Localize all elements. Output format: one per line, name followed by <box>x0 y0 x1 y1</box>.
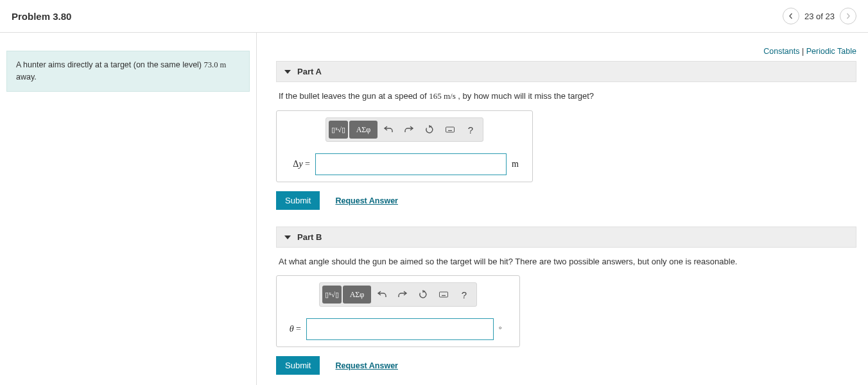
part-a-request-answer[interactable]: Request Answer <box>335 196 397 205</box>
part-a-submit-button[interactable]: Submit <box>276 191 320 210</box>
equation-toolbar: ▯x√▯ ΑΣφ ? <box>326 117 483 142</box>
keyboard-button[interactable] <box>434 286 453 304</box>
part-b-request-answer[interactable]: Request Answer <box>335 361 397 370</box>
svg-rect-7 <box>440 292 448 297</box>
part-a-question: If the bullet leaves the gun at a speed … <box>276 91 856 101</box>
keyboard-button[interactable] <box>440 121 460 139</box>
part-b-input[interactable] <box>306 318 494 340</box>
undo-icon <box>383 124 394 135</box>
part-a-q-pre: If the bullet leaves the gun at a speed … <box>279 91 429 101</box>
help-button[interactable]: ? <box>461 121 480 139</box>
redo-icon <box>404 124 414 135</box>
page-header: Problem 3.80 23 of 23 <box>0 0 868 33</box>
templates-button[interactable]: ▯x√▯ <box>322 286 342 304</box>
part-b-unit: ° <box>499 325 510 333</box>
top-links: Constants | Periodic Table <box>276 47 856 56</box>
prompt-text-post: away. <box>16 73 37 81</box>
greek-button[interactable]: ΑΣφ <box>343 286 371 304</box>
equation-toolbar: ▯x√▯ ΑΣφ ? <box>319 282 477 307</box>
undo-button[interactable] <box>372 286 392 304</box>
keyboard-icon <box>445 124 455 135</box>
part-b-actions: Submit Request Answer <box>276 356 856 375</box>
help-button[interactable]: ? <box>455 286 474 304</box>
radical-icon: ▯x√▯ <box>331 126 345 134</box>
prev-button[interactable] <box>783 8 799 24</box>
part-a-input-row: Δy = m <box>283 153 526 175</box>
part-a-label: Part A <box>297 67 322 76</box>
part-a-actions: Submit Request Answer <box>276 191 856 210</box>
part-a-q-post: , by how much will it miss the target? <box>456 91 594 101</box>
reset-icon <box>424 124 435 135</box>
templates-button[interactable]: ▯x√▯ <box>329 121 348 139</box>
part-b-question: At what angle should the gun be aimed so… <box>276 257 856 266</box>
problem-prompt: A hunter aims directly at a target (on t… <box>6 51 250 92</box>
part-a-input[interactable] <box>315 153 507 175</box>
part-b-label: Part B <box>297 232 322 242</box>
part-b-header: Part B <box>276 227 856 248</box>
part-a-speed: 165 m/s <box>429 91 456 101</box>
part-b-submit-button[interactable]: Submit <box>276 356 320 375</box>
part-a-header: Part A <box>276 61 856 82</box>
chevron-right-icon <box>845 13 851 19</box>
prompt-distance: 73.0 m <box>204 60 227 69</box>
part-a-lhs: Δy = <box>286 159 310 169</box>
next-button[interactable] <box>840 8 856 24</box>
keyboard-icon <box>438 289 449 300</box>
svg-rect-0 <box>446 127 455 132</box>
periodic-table-link[interactable]: Periodic Table <box>806 47 856 56</box>
pager: 23 of 23 <box>783 8 856 24</box>
collapse-icon[interactable] <box>284 235 291 239</box>
greek-button[interactable]: ΑΣφ <box>349 121 378 139</box>
constants-link[interactable]: Constants <box>763 47 799 56</box>
page-title: Problem 3.80 <box>12 11 71 22</box>
parts-column: Constants | Periodic Table Part A If the… <box>257 33 868 385</box>
undo-icon <box>377 289 387 300</box>
undo-button[interactable] <box>379 121 398 139</box>
collapse-icon[interactable] <box>284 70 291 74</box>
chevron-left-icon <box>788 13 794 19</box>
reset-button[interactable] <box>420 121 439 139</box>
part-b-input-row: θ = ° <box>283 318 513 340</box>
reset-button[interactable] <box>413 286 433 304</box>
redo-icon <box>397 289 408 300</box>
prompt-column: A hunter aims directly at a target (on t… <box>0 33 257 385</box>
part-b-lhs: θ = <box>286 324 301 334</box>
radical-icon: ▯x√▯ <box>325 291 339 299</box>
part-a-unit: m <box>512 159 523 169</box>
redo-button[interactable] <box>399 121 419 139</box>
reset-icon <box>418 289 428 300</box>
pager-text: 23 of 23 <box>804 12 835 21</box>
part-b-answer-box: ▯x√▯ ΑΣφ ? <box>276 275 520 347</box>
redo-button[interactable] <box>393 286 412 304</box>
prompt-text-pre: A hunter aims directly at a target (on t… <box>16 60 204 69</box>
part-a-answer-box: ▯x√▯ ΑΣφ ? <box>276 110 533 182</box>
separator: | <box>802 47 806 56</box>
